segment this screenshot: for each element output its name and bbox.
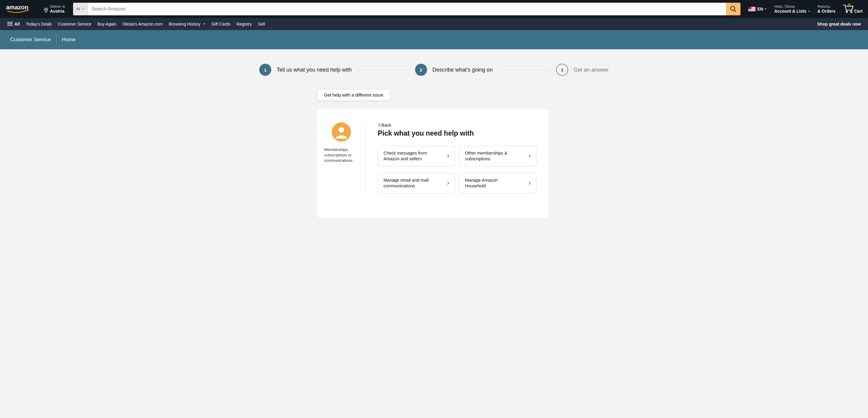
- nav-all-menu[interactable]: All: [4, 19, 23, 29]
- language-selector[interactable]: EN: [746, 5, 769, 13]
- help-options: Check messages from Amazon and sellers O…: [378, 146, 536, 193]
- card-sidebar: Memberships, subscriptions or communicat…: [317, 122, 366, 193]
- caret-down-icon: [82, 8, 85, 10]
- option-other-memberships[interactable]: Other memberships & subscriptions: [459, 146, 536, 166]
- card-body: Back Pick what you need help with Check …: [366, 122, 549, 193]
- svg-line-3: [734, 10, 736, 12]
- deliver-to[interactable]: Deliver to Austria: [41, 3, 68, 15]
- step-1: 1 Tell us what you need help with: [259, 64, 351, 76]
- flag-us-icon: [748, 7, 755, 11]
- search-bar: All: [73, 3, 741, 15]
- returns-orders[interactable]: Returns & Orders: [815, 3, 838, 15]
- progress-stepper: 1 Tell us what you need help with 2 Desc…: [259, 64, 609, 76]
- cs-nav: Customer Service Home: [0, 30, 868, 49]
- hamburger-icon: [7, 22, 12, 26]
- caret-down-icon: [203, 24, 206, 25]
- step-divider: [499, 70, 550, 70]
- nav-item-customer-service[interactable]: Customer Service: [55, 19, 94, 29]
- svg-point-4: [846, 11, 847, 12]
- amazon-logo[interactable]: amazon: [4, 1, 38, 17]
- location-icon: [43, 7, 49, 13]
- search-button[interactable]: [726, 3, 741, 15]
- chevron-right-icon: [447, 181, 450, 185]
- chevron-left-icon: [378, 123, 381, 127]
- help-card: Memberships, subscriptions or communicat…: [317, 109, 549, 217]
- deliver-label: Deliver to: [50, 4, 65, 9]
- chevron-right-icon: [528, 154, 531, 158]
- nav-item-buy-again[interactable]: Buy Again: [94, 19, 119, 29]
- cart-count: 0: [848, 3, 850, 8]
- svg-point-5: [850, 11, 852, 12]
- step-divider: [358, 70, 409, 70]
- card-category-label: Memberships, subscriptions or communicat…: [324, 147, 358, 163]
- deliver-location: Austria: [50, 9, 65, 13]
- profile-icon: [332, 122, 351, 142]
- back-link[interactable]: Back: [378, 122, 536, 128]
- svg-point-6: [338, 127, 344, 133]
- step-2: 2 Describe what's going on: [415, 64, 493, 76]
- option-manage-household[interactable]: Manage Amazon Household: [459, 173, 536, 193]
- nav-item-todays-deals[interactable]: Today's Deals: [23, 19, 55, 29]
- nav-item-gift-cards[interactable]: Gift Cards: [209, 19, 234, 29]
- svg-point-2: [731, 6, 735, 10]
- search-icon: [730, 5, 737, 12]
- svg-point-1: [45, 9, 46, 10]
- search-input[interactable]: [88, 3, 726, 15]
- caret-down-icon: [808, 11, 810, 12]
- option-check-messages[interactable]: Check messages from Amazon and sellers: [378, 146, 455, 166]
- account-menu[interactable]: Hello, Olesia Account & Lists: [772, 3, 813, 15]
- nav-item-browsing-history[interactable]: Browsing History: [166, 19, 209, 29]
- nav-item-sell[interactable]: Sell: [255, 19, 268, 29]
- search-category-dropdown[interactable]: All: [73, 3, 88, 15]
- different-issue-button[interactable]: Get help with a different issue: [317, 89, 390, 101]
- chevron-right-icon: [447, 154, 450, 158]
- step-3: 3 Get an answer: [556, 64, 609, 76]
- caret-down-icon: [765, 8, 767, 10]
- svg-text:amazon: amazon: [6, 4, 28, 10]
- nav-item-your-amazon[interactable]: Olesia's Amazon.com: [119, 19, 166, 29]
- card-title: Pick what you need help with: [378, 129, 536, 137]
- option-manage-email[interactable]: Manage email and mail communications: [378, 173, 455, 193]
- main-content: 1 Tell us what you need help with 2 Desc…: [259, 49, 609, 217]
- nav-item-registry[interactable]: Registry: [234, 19, 255, 29]
- cs-nav-home[interactable]: Home: [57, 35, 81, 45]
- nav-item-promo[interactable]: Shop great deals now: [814, 19, 864, 29]
- sub-nav: All Today's Deals Customer Service Buy A…: [0, 18, 868, 30]
- cart-link[interactable]: 0 Cart: [840, 2, 865, 16]
- top-nav: amazon Deliver to Austria All EN Hello, …: [0, 0, 868, 18]
- chevron-right-icon: [528, 181, 531, 185]
- cs-nav-customer-service[interactable]: Customer Service: [5, 35, 56, 45]
